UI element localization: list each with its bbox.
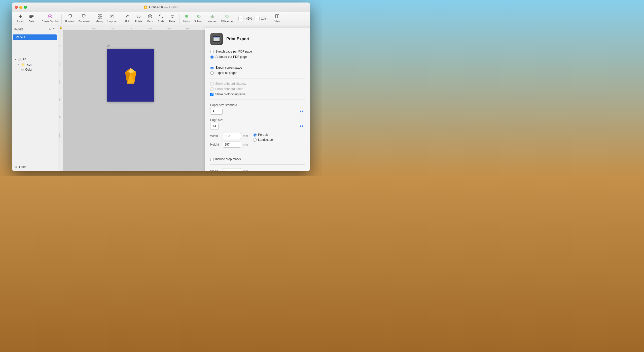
radio-all-pages-label: Export all pages xyxy=(216,71,237,75)
artboard-canvas[interactable] xyxy=(107,49,154,102)
svg-rect-14 xyxy=(100,14,102,16)
sidebar-footer[interactable]: ⚙ Filter xyxy=(12,163,58,171)
artboard-type-icon: ⬜ xyxy=(18,58,22,61)
ruler-mark-v-200: 200 xyxy=(59,63,61,66)
prototyping-links-label: Show prototyping links xyxy=(215,93,245,96)
checkbox-row-crop: Include crop marks xyxy=(210,157,305,161)
dimensions-section: Width mm Height mm Portra xyxy=(210,133,305,150)
layer-rect-icon: ▭ xyxy=(21,68,24,71)
toolbar-group-edit: Edit Rotate Mask xyxy=(121,14,180,24)
svg-rect-31 xyxy=(275,15,277,18)
forward-button[interactable]: Forward xyxy=(63,13,77,24)
view-button[interactable]: View xyxy=(272,13,283,24)
union-label: Union xyxy=(183,20,190,23)
svg-rect-12 xyxy=(82,15,85,17)
layer-item-color[interactable]: ▭ Color xyxy=(12,67,58,72)
mask-button[interactable]: Mask xyxy=(145,13,156,24)
svg-point-21 xyxy=(149,15,151,17)
close-button[interactable] xyxy=(15,6,18,9)
canvas-area[interactable]: 🔒 -400 -200 0 200 400 600 0 200 400 600 … xyxy=(58,25,310,171)
sketch-gem-illustration xyxy=(121,67,141,85)
toolbar: Insert Data xyxy=(12,12,310,25)
radio-row-current-page: Export current page xyxy=(210,66,305,69)
width-input[interactable] xyxy=(223,133,241,139)
subtract-button[interactable]: Subtract xyxy=(192,13,205,24)
orientation-portrait-row: Portrait xyxy=(253,133,273,137)
page-1-label: Page 1 xyxy=(14,35,27,40)
rotate-button[interactable]: Rotate xyxy=(133,13,144,24)
backward-label: Backward xyxy=(79,20,90,23)
zoom-out-button[interactable]: − xyxy=(238,16,243,21)
group-button[interactable]: Group xyxy=(94,13,105,24)
add-page-icon[interactable]: + xyxy=(49,27,51,32)
ruler-mark-v-0: 0 xyxy=(59,45,61,46)
ruler-left: 0 200 400 600 800 1,000 xyxy=(58,30,63,171)
data-button[interactable]: Data xyxy=(26,13,37,24)
insert-button[interactable]: Insert xyxy=(15,13,26,24)
layer-artboard[interactable]: ▼ ⬜ A4 xyxy=(12,57,58,62)
group-label: Group xyxy=(96,20,103,23)
layer-item-icon[interactable]: ▶ 📁 Icon xyxy=(12,62,58,67)
height-input[interactable] xyxy=(223,142,241,148)
zoom-in-button[interactable]: + xyxy=(255,16,260,21)
flatten-button[interactable]: Flatten xyxy=(167,13,178,24)
height-unit: mm xyxy=(243,143,248,146)
difference-button[interactable]: Difference xyxy=(219,13,235,24)
page-size-wrapper: A4 A3 A5 ⬆⬇ xyxy=(210,123,305,129)
backward-button[interactable]: Backward xyxy=(77,13,92,24)
maximize-button[interactable] xyxy=(24,6,27,9)
radio-portrait[interactable] xyxy=(253,133,257,137)
radio-sketch-page[interactable] xyxy=(210,50,214,53)
backward-icon xyxy=(82,14,86,19)
minimize-button[interactable] xyxy=(19,6,22,9)
radio-landscape[interactable] xyxy=(253,138,257,142)
bleed-input[interactable] xyxy=(223,168,241,171)
checkbox-prototyping-links[interactable] xyxy=(210,93,213,96)
svg-rect-32 xyxy=(277,15,279,18)
ungroup-button[interactable]: Ungroup xyxy=(105,13,119,24)
scale-icon xyxy=(159,14,163,19)
svg-rect-17 xyxy=(111,15,114,18)
main-window: Untitled 6 — Edited Insert xyxy=(12,3,310,171)
group-icon xyxy=(98,14,102,19)
edit-button[interactable]: Edit xyxy=(122,13,133,24)
radio-all-pages[interactable] xyxy=(210,71,214,75)
paper-size-standard-row: A B Letter ⬆⬇ xyxy=(210,108,305,115)
svg-point-24 xyxy=(186,15,188,18)
paper-size-standard-section: Paper size standard A B Letter ⬆⬇ xyxy=(210,103,305,115)
toolbar-group-boolean: Union Subtract xyxy=(180,14,236,24)
checkbox-crop-marks[interactable] xyxy=(210,158,213,161)
checkbox-artboard-shadow[interactable] xyxy=(210,82,213,85)
paper-size-standard-select[interactable]: A B Letter xyxy=(210,108,223,115)
radio-current-page[interactable] xyxy=(210,66,214,69)
checkbox-row-shadow: Show artboard shadow xyxy=(210,82,305,85)
bleed-unit: mm xyxy=(243,169,248,171)
pages-title: PAGES xyxy=(14,28,24,31)
ruler-corner: 🔒 xyxy=(58,25,63,30)
divider-2 xyxy=(210,78,305,78)
layer-color-label: Color xyxy=(25,68,32,71)
crop-marks-section: Include crop marks xyxy=(210,157,305,161)
page-size-section: Page size A4 A3 A5 ⬆⬇ xyxy=(210,118,305,129)
panel-app-icon xyxy=(210,33,223,45)
filter-label: Filter xyxy=(19,165,26,169)
checkbox-artboard-name[interactable] xyxy=(210,87,213,91)
artboard-canvas-label: A4 xyxy=(107,44,111,47)
page-size-select[interactable]: A4 A3 A5 xyxy=(210,123,219,129)
intersect-button[interactable]: Intersect xyxy=(205,13,219,24)
sidebar-page-1[interactable]: Page 1 xyxy=(13,34,57,40)
create-symbol-button[interactable]: Create Symbol xyxy=(40,13,60,24)
paper-size-standard-label: Paper size standard xyxy=(210,103,305,107)
radio-artboard-page[interactable] xyxy=(210,55,214,59)
toolbar-group-view: View xyxy=(271,14,284,24)
svg-rect-6 xyxy=(29,16,33,17)
scale-button[interactable]: Scale xyxy=(156,13,167,24)
ungroup-icon xyxy=(110,14,115,19)
union-button[interactable]: Union xyxy=(181,13,192,24)
collapse-icon[interactable]: ⌃ xyxy=(52,27,55,31)
show-options-section: Show artboard shadow Show artboard name … xyxy=(210,82,305,96)
svg-rect-45 xyxy=(214,40,217,40)
svg-point-26 xyxy=(198,15,201,18)
radio-sketch-page-label: Sketch page per PDF page xyxy=(216,50,252,53)
ruler-mark-v-600: 600 xyxy=(59,98,61,101)
